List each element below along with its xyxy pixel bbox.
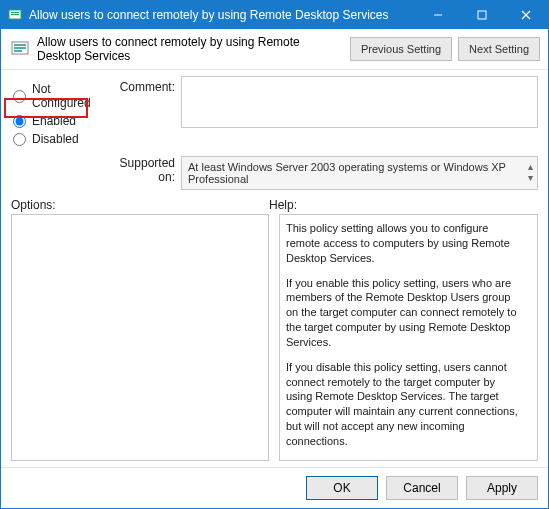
comment-label: Comment: xyxy=(111,76,181,94)
policy-icon xyxy=(7,7,23,23)
titlebar: Allow users to connect remotely by using… xyxy=(1,1,548,29)
help-p2: If you enable this policy setting, users… xyxy=(286,276,523,350)
radio-enabled-label: Enabled xyxy=(32,114,76,128)
help-p3: If you disable this policy setting, user… xyxy=(286,360,523,449)
options-pane xyxy=(11,214,269,461)
config-area: Not Configured Enabled Disabled Comment:… xyxy=(1,70,548,194)
help-p4: If you do not configure this policy sett… xyxy=(286,459,523,461)
ok-button[interactable]: OK xyxy=(306,476,378,500)
radio-enabled-input[interactable] xyxy=(13,115,26,128)
header-row: Allow users to connect remotely by using… xyxy=(1,29,548,70)
radio-not-configured-input[interactable] xyxy=(13,90,26,103)
radio-not-configured-label: Not Configured xyxy=(32,82,111,110)
close-button[interactable] xyxy=(504,1,548,29)
panes: This policy setting allows you to config… xyxy=(1,214,548,467)
apply-button[interactable]: Apply xyxy=(466,476,538,500)
window-controls xyxy=(416,1,548,29)
next-setting-button[interactable]: Next Setting xyxy=(458,37,540,61)
help-p1: This policy setting allows you to config… xyxy=(286,221,523,266)
cancel-button[interactable]: Cancel xyxy=(386,476,458,500)
supported-on-box: At least Windows Server 2003 operating s… xyxy=(181,156,538,190)
help-pane[interactable]: This policy setting allows you to config… xyxy=(279,214,538,461)
window-title: Allow users to connect remotely by using… xyxy=(29,8,416,22)
svg-rect-2 xyxy=(11,14,19,15)
svg-rect-10 xyxy=(14,50,22,52)
radio-not-configured[interactable]: Not Configured xyxy=(11,82,111,110)
svg-rect-4 xyxy=(478,11,486,19)
state-radio-group: Not Configured Enabled Disabled xyxy=(11,76,111,150)
footer: OK Cancel Apply xyxy=(1,467,548,508)
chevron-up-down-icon[interactable]: ▴▾ xyxy=(528,161,533,183)
radio-disabled[interactable]: Disabled xyxy=(11,132,111,146)
supported-on-label: Supported on: xyxy=(111,156,181,184)
previous-setting-button[interactable]: Previous Setting xyxy=(350,37,452,61)
svg-rect-1 xyxy=(11,12,19,13)
maximize-button[interactable] xyxy=(460,1,504,29)
supported-on-text: At least Windows Server 2003 operating s… xyxy=(188,161,506,185)
radio-disabled-input[interactable] xyxy=(13,133,26,146)
policy-large-icon xyxy=(9,38,31,60)
svg-rect-9 xyxy=(14,47,26,49)
svg-rect-8 xyxy=(14,44,26,46)
help-label: Help: xyxy=(269,198,538,212)
policy-title: Allow users to connect remotely by using… xyxy=(37,35,344,63)
radio-disabled-label: Disabled xyxy=(32,132,79,146)
options-label: Options: xyxy=(11,198,269,212)
radio-enabled[interactable]: Enabled xyxy=(11,114,111,128)
pane-labels: Options: Help: xyxy=(1,194,548,214)
comment-textarea[interactable] xyxy=(181,76,538,128)
minimize-button[interactable] xyxy=(416,1,460,29)
gpo-editor-window: Allow users to connect remotely by using… xyxy=(0,0,549,509)
